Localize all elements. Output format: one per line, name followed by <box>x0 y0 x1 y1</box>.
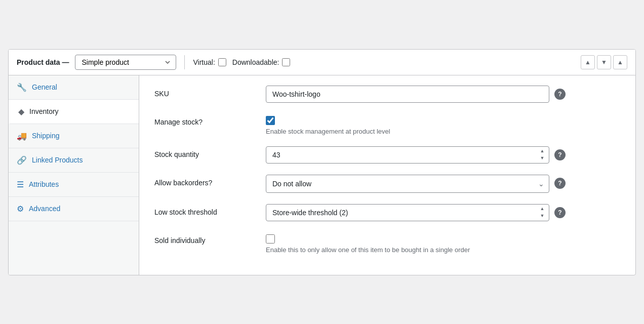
stock-quantity-input-wrap: ▲ ▼ <box>266 146 549 164</box>
stock-quantity-wrap: ▲ ▼ ? <box>266 146 620 164</box>
downloadable-checkbox[interactable] <box>282 58 290 66</box>
panel-title: Product data — <box>17 58 69 66</box>
scroll-down-button[interactable]: ▼ <box>597 55 611 69</box>
sku-input-wrap: ? <box>266 86 620 103</box>
low-stock-threshold-help-icon[interactable]: ? <box>554 207 566 218</box>
allow-backorders-help-icon[interactable]: ? <box>554 178 566 189</box>
main-content: SKU ? Manage stock? Enable stock managem… <box>139 75 635 275</box>
link-icon: 🔗 <box>17 155 27 165</box>
manage-stock-hint: Enable stock management at product level <box>266 128 390 135</box>
scroll-up-button[interactable]: ▲ <box>581 55 595 69</box>
quantity-up-button[interactable]: ▲ <box>536 148 548 155</box>
product-type-select[interactable]: Simple product <box>75 55 176 70</box>
sidebar-item-linked-products[interactable]: 🔗 Linked Products <box>9 148 139 173</box>
sku-row: SKU ? <box>154 86 620 103</box>
gear-icon: ⚙ <box>17 204 24 214</box>
virtual-label[interactable]: Virtual: <box>193 58 226 66</box>
sku-help-icon[interactable]: ? <box>554 89 566 100</box>
sidebar-item-advanced[interactable]: ⚙ Advanced <box>9 197 139 221</box>
allow-backorders-row: Allow backorders? Do not allow Allow, bu… <box>154 175 620 193</box>
sold-individually-hint: Enable this to only allow one of this it… <box>266 246 470 254</box>
low-stock-threshold-wrap: ▲ ▼ ? <box>266 204 620 221</box>
manage-stock-checkbox[interactable] <box>266 116 275 125</box>
sidebar: 🔧 General ◆ Inventory 🚚 Shipping 🔗 Linke… <box>9 75 139 275</box>
manage-stock-row: Manage stock? Enable stock management at… <box>154 114 620 135</box>
downloadable-label[interactable]: Downloadable: <box>232 58 291 66</box>
allow-backorders-label: Allow backorders? <box>154 175 256 187</box>
sold-individually-label: Sold individually <box>154 232 256 245</box>
product-data-panel: Product data — Simple product Virtual: D… <box>8 49 636 275</box>
stock-quantity-label: Stock quantity <box>154 146 256 158</box>
sold-individually-field: Enable this to only allow one of this it… <box>266 232 470 254</box>
sku-label: SKU <box>154 86 256 98</box>
truck-icon: 🚚 <box>17 131 27 141</box>
sidebar-item-inventory[interactable]: ◆ Inventory <box>9 100 139 124</box>
manage-stock-field: Enable stock management at product level <box>266 114 390 135</box>
collapse-button[interactable]: ▲ <box>613 55 627 69</box>
wrench-icon: 🔧 <box>17 83 27 92</box>
low-stock-threshold-input-wrap: ▲ ▼ <box>266 204 549 221</box>
low-stock-threshold-label: Low stock threshold <box>154 204 256 216</box>
threshold-up-button[interactable]: ▲ <box>536 206 548 213</box>
table-icon: ☰ <box>17 180 24 189</box>
stock-quantity-input[interactable] <box>266 146 549 164</box>
stock-quantity-help-icon[interactable]: ? <box>554 149 566 160</box>
low-stock-threshold-input[interactable] <box>266 204 549 221</box>
panel-header: Product data — Simple product Virtual: D… <box>9 50 635 75</box>
allow-backorders-wrap: Do not allow Allow, but notify customer … <box>266 175 620 193</box>
sidebar-item-attributes[interactable]: ☰ Attributes <box>9 173 139 197</box>
virtual-checkbox[interactable] <box>218 58 226 66</box>
quantity-spinner: ▲ ▼ <box>536 148 548 162</box>
threshold-spinner: ▲ ▼ <box>536 206 548 220</box>
sidebar-item-shipping[interactable]: 🚚 Shipping <box>9 124 139 148</box>
allow-backorders-select-wrap: Do not allow Allow, but notify customer … <box>266 175 549 193</box>
manage-stock-label: Manage stock? <box>154 114 256 126</box>
sidebar-item-general[interactable]: 🔧 General <box>9 75 139 100</box>
panel-body: 🔧 General ◆ Inventory 🚚 Shipping 🔗 Linke… <box>9 75 635 275</box>
quantity-down-button[interactable]: ▼ <box>536 155 548 162</box>
manage-stock-wrap: Enable stock management at product level <box>266 114 620 135</box>
allow-backorders-select[interactable]: Do not allow Allow, but notify customer … <box>266 175 549 193</box>
sold-individually-checkbox[interactable] <box>266 234 275 244</box>
sku-input[interactable] <box>266 86 549 103</box>
sold-individually-row: Sold individually Enable this to only al… <box>154 232 620 254</box>
low-stock-threshold-row: Low stock threshold ▲ ▼ ? <box>154 204 620 221</box>
sold-individually-wrap: Enable this to only allow one of this it… <box>266 232 620 254</box>
stock-quantity-row: Stock quantity ▲ ▼ ? <box>154 146 620 164</box>
diamond-icon: ◆ <box>18 107 24 116</box>
divider <box>184 55 185 69</box>
threshold-down-button[interactable]: ▼ <box>536 213 548 220</box>
header-arrows: ▲ ▼ ▲ <box>581 55 627 69</box>
